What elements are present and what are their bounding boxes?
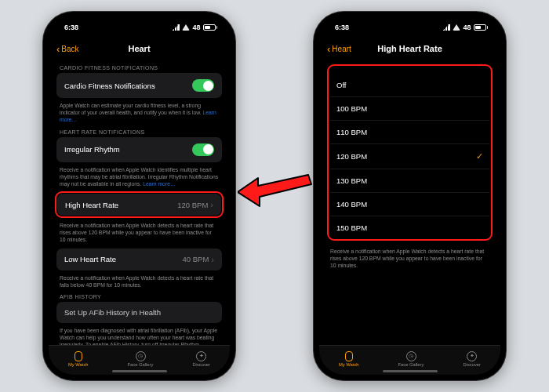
status-indicators: 48 [441,24,488,31]
settings-scroll[interactable]: CARDIO FITNESS NOTIFICATIONS Cardio Fitn… [49,60,230,345]
home-indicator[interactable] [383,370,438,372]
back-button[interactable]: ‹ Heart [327,44,351,54]
annotation-arrow [238,161,312,216]
option-label: 110 BPM [336,128,367,136]
option-label: 120 BPM [336,152,367,161]
section-header-afib: AFIB HISTORY [60,294,219,299]
watch-icon [345,351,353,361]
row-afib-setup[interactable]: Set Up AFib History in Health [56,302,222,323]
watch-icon [75,351,82,361]
row-low-heart-rate[interactable]: Low Heart Rate 40 BPM › [56,249,222,270]
nav-bar: ‹ Heart High Heart Rate [319,38,500,60]
option-label: 150 BPM [336,223,367,232]
status-time: 6:38 [64,24,78,31]
compass-icon: ✦ [467,351,477,361]
battery-percent: 48 [463,24,471,31]
chevron-left-icon: ‹ [327,44,330,54]
toggle-irregular[interactable] [192,143,214,156]
screen-high-heart-rate: 6:38 48 ‹ Heart High Heart Rate Off100 B… [319,17,500,375]
row-high-heart-rate[interactable]: High Heart Rate 120 BPM › [57,194,221,216]
tab-face-gallery[interactable]: ◷ Face Gallery [128,351,154,367]
option-label: 130 BPM [336,176,367,185]
highlight-options: Off100 BPM110 BPM120 BPM✓130 BPM140 BPM1… [327,64,493,241]
desc-high: Receive a notification when Apple Watch … [56,220,222,244]
notch [102,17,177,31]
row-label: Low Heart Rate [64,255,116,263]
phone-right: 6:38 48 ‹ Heart High Heart Rate Off100 B… [314,12,506,380]
page-title: High Heart Rate [377,44,442,53]
option-row[interactable]: 140 BPM [330,193,489,216]
svg-marker-0 [238,175,311,206]
row-label: Cardio Fitness Notifications [64,82,155,90]
option-label: 100 BPM [336,104,367,113]
tab-my-watch[interactable]: My Watch [339,351,359,367]
row-value: 40 BPM › [183,255,214,264]
row-label: High Heart Rate [65,201,118,209]
desc-irregular: Receive a notification when Apple Watch … [56,164,222,188]
page-title: Heart [128,44,150,53]
wifi-icon [182,24,190,31]
option-row[interactable]: 120 BPM✓ [330,144,489,169]
status-time: 6:38 [335,24,349,31]
option-row[interactable]: 130 BPM [330,169,489,193]
screen-heart-settings: 6:38 48 ‹ Back Heart CARDIO FITNESS NOTI… [49,17,230,375]
toggle-cardio[interactable] [192,79,214,92]
option-row[interactable]: 100 BPM [330,97,489,121]
battery-icon [203,24,218,31]
back-label: Back [61,45,78,53]
option-label: 140 BPM [336,200,367,209]
option-row[interactable]: Off [330,74,489,97]
battery-icon [474,24,489,31]
tab-discover[interactable]: ✦ Discover [192,351,210,367]
options-scroll[interactable]: Off100 BPM110 BPM120 BPM✓130 BPM140 BPM1… [319,60,500,345]
home-indicator[interactable] [112,370,167,372]
compass-icon: ✦ [196,351,206,361]
option-row[interactable]: 110 BPM [330,121,489,144]
desc-cardio: Apple Watch can estimate your cardio fit… [56,100,222,124]
tab-discover[interactable]: ✦ Discover [463,351,481,367]
back-label: Heart [332,45,351,53]
chevron-right-icon: › [211,255,214,264]
desc-low: Receive a notification when Apple Watch … [56,272,222,289]
battery-percent: 48 [192,24,200,31]
wifi-icon [453,24,460,31]
desc-selection: Receive a notification when Apple Watch … [327,245,493,270]
tab-face-gallery[interactable]: ◷ Face Gallery [398,351,424,367]
row-irregular-rhythm[interactable]: Irregular Rhythm [56,137,222,162]
tab-my-watch[interactable]: My Watch [68,351,89,367]
phone-left: 6:38 48 ‹ Back Heart CARDIO FITNESS NOTI… [43,12,235,380]
options-list: Off100 BPM110 BPM120 BPM✓130 BPM140 BPM1… [330,74,489,239]
section-header-cardio: CARDIO FITNESS NOTIFICATIONS [60,65,219,71]
gallery-icon: ◷ [406,351,416,361]
back-button[interactable]: ‹ Back [56,44,79,54]
highlight-high-heart-rate: High Heart Rate 120 BPM › [55,191,224,218]
learn-more-link[interactable]: Learn more… [143,181,176,187]
notch [373,17,448,31]
chevron-left-icon: ‹ [56,44,60,54]
row-label: Irregular Rhythm [64,145,120,154]
option-label: Off [336,81,347,89]
nav-bar: ‹ Back Heart [49,38,230,60]
row-cardio-fitness[interactable]: Cardio Fitness Notifications [56,73,222,98]
chevron-right-icon: › [210,200,213,209]
gallery-icon: ◷ [136,351,146,361]
row-value: 120 BPM › [177,200,213,209]
status-indicators: 48 [170,24,217,31]
desc-afib: If you have been diagnosed with atrial f… [56,325,222,345]
checkmark-icon: ✓ [476,151,483,162]
row-label: Set Up AFib History in Health [64,308,161,317]
option-row[interactable]: 150 BPM [330,216,489,239]
section-header-hrn: HEART RATE NOTIFICATIONS [60,129,219,135]
